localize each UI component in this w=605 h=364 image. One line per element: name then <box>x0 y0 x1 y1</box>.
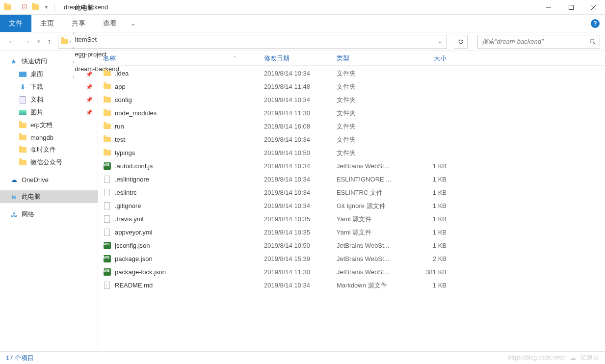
folder-icon <box>60 38 68 46</box>
navigation-pane: ★ 快速访问 桌面📌⬇下载📌文档📌图片📌erp文档mongdb临时文件微信公众号… <box>0 51 98 351</box>
breadcrumb-segment[interactable]: 此电脑 <box>72 3 122 12</box>
file-date: 2019/8/14 10:34 <box>260 70 333 77</box>
search-icon[interactable] <box>586 38 600 45</box>
file-date: 2019/8/14 10:34 <box>260 176 333 183</box>
forward-button[interactable]: → <box>23 37 30 46</box>
recent-dropdown-icon[interactable]: ▾ <box>37 38 40 45</box>
file-type: JetBrains WebSt... <box>333 255 406 262</box>
folder-icon <box>103 149 111 157</box>
sidebar-item[interactable]: 桌面📌 <box>0 68 98 80</box>
ribbon: 文件 主页 共享 查看 ⌄ ? <box>0 15 605 32</box>
sidebar-onedrive[interactable]: ☁ OneDrive <box>0 174 98 185</box>
sidebar-item[interactable]: 图片📌 <box>0 106 98 119</box>
file-type: Git Ignore 源文件 <box>333 202 406 210</box>
file-icon <box>103 176 111 183</box>
column-headers: 名称⌃ 修改日期 类型 大小 <box>98 51 605 66</box>
file-size: 2 KB <box>406 255 450 262</box>
doc-icon <box>19 96 26 104</box>
star-icon: ★ <box>10 57 18 65</box>
ribbon-expand-icon[interactable]: ⌄ <box>126 15 140 32</box>
file-date: 2019/8/14 10:35 <box>260 215 333 223</box>
file-row[interactable]: WS.autod.conf.js2019/8/14 10:34JetBrains… <box>98 159 605 173</box>
sidebar-item[interactable]: 文档📌 <box>0 93 98 106</box>
file-date: 2019/8/14 10:50 <box>260 242 333 249</box>
back-button[interactable]: ← <box>8 37 16 46</box>
sidebar-item[interactable]: 临时文件 <box>0 143 98 156</box>
file-row[interactable]: WSjsconfig.json2019/8/14 10:50JetBrains … <box>98 239 605 252</box>
pin-icon: 📌 <box>86 97 93 103</box>
sidebar-item[interactable]: mongdb <box>0 131 98 143</box>
file-type: 文件夹 <box>333 96 406 104</box>
sidebar-this-pc[interactable]: 🖥 此电脑 <box>0 190 98 203</box>
nav-row: ← → ▾ ↑ › 此电脑›副主盘 (F:)›ItemSet›egg-proje… <box>0 32 605 51</box>
sidebar-item-label: 微信公众号 <box>30 158 62 167</box>
file-type: JetBrains WebSt... <box>333 268 406 276</box>
file-date: 2019/8/14 10:34 <box>260 282 333 289</box>
file-row[interactable]: WSpackage-lock.json2019/8/14 11:30JetBra… <box>98 265 605 279</box>
file-row[interactable]: appveyor.yml2019/8/14 10:35Yaml 源文件1 KB <box>98 226 605 239</box>
network-icon: 🖧 <box>10 210 18 218</box>
file-type: JetBrains WebSt... <box>333 242 406 249</box>
file-row[interactable]: typings2019/8/14 10:50文件夹 <box>98 146 605 159</box>
file-row[interactable]: .gitignore2019/8/14 10:34Git Ignore 源文件1… <box>98 199 605 212</box>
minimize-button[interactable] <box>537 0 560 15</box>
file-type: 文件夹 <box>333 135 406 144</box>
refresh-button[interactable] <box>454 35 468 49</box>
folder-icon <box>103 96 111 104</box>
file-name: node_modules <box>115 109 157 117</box>
file-row[interactable]: config2019/8/14 10:34文件夹 <box>98 93 605 106</box>
breadcrumb-segment[interactable]: ItemSet <box>72 36 122 43</box>
file-row[interactable]: run2019/8/14 16:08文件夹 <box>98 120 605 133</box>
folder-icon <box>103 136 111 144</box>
file-size: 1 KB <box>406 162 450 170</box>
file-type: JetBrains WebSt... <box>333 162 406 170</box>
file-name: package-lock.json <box>115 268 166 276</box>
file-row[interactable]: .eslintignore2019/8/14 10:34ESLINTIGNORE… <box>98 173 605 186</box>
pin-icon: 📌 <box>86 109 93 116</box>
file-row[interactable]: .eslintrc2019/8/14 10:34ESLINTRC 文件1 KB <box>98 186 605 199</box>
address-bar[interactable]: › 此电脑›副主盘 (F:)›ItemSet›egg-project›dream… <box>58 35 447 49</box>
search-input[interactable] <box>478 38 586 45</box>
file-date: 2019/8/14 10:34 <box>260 162 333 170</box>
column-name[interactable]: 名称⌃ <box>98 54 260 63</box>
tab-home[interactable]: 主页 <box>31 15 63 32</box>
tab-view[interactable]: 查看 <box>94 15 126 32</box>
sidebar-item[interactable]: ⬇下载📌 <box>0 80 98 93</box>
sidebar-item-label: 文档 <box>30 95 43 104</box>
sidebar-item[interactable]: 微信公众号 <box>0 156 98 169</box>
new-folder-icon[interactable] <box>31 3 40 12</box>
column-size[interactable]: 大小 <box>406 54 450 63</box>
file-date: 2019/8/14 11:30 <box>260 268 333 276</box>
file-row[interactable]: README.md2019/8/14 10:34Markdown 源文件1 KB <box>98 279 605 292</box>
column-date[interactable]: 修改日期 <box>260 54 333 63</box>
tab-file[interactable]: 文件 <box>0 15 31 32</box>
cloud-icon: ☁ <box>10 176 18 183</box>
file-row[interactable]: test2019/8/14 10:34文件夹 <box>98 133 605 146</box>
file-date: 2019/8/14 15:39 <box>260 255 333 262</box>
desktop-icon <box>19 70 26 78</box>
file-name: test <box>115 136 125 143</box>
file-row[interactable]: app2019/8/14 11:48文件夹 <box>98 80 605 93</box>
file-row[interactable]: .travis.yml2019/8/14 10:35Yaml 源文件1 KB <box>98 212 605 226</box>
up-button[interactable]: ↑ <box>47 37 51 46</box>
maximize-button[interactable] <box>560 0 582 15</box>
sidebar-quick-access[interactable]: ★ 快速访问 <box>0 55 98 68</box>
qat-dropdown-icon[interactable]: ▾ <box>42 3 51 12</box>
properties-icon[interactable]: ☑ <box>20 3 29 12</box>
file-row[interactable]: .idea2019/8/14 10:34文件夹 <box>98 67 605 80</box>
help-button[interactable]: ? <box>585 15 605 32</box>
close-button[interactable] <box>582 0 605 15</box>
folder-icon <box>3 3 12 12</box>
tab-share[interactable]: 共享 <box>63 15 94 32</box>
file-row[interactable]: WSpackage.json2019/8/14 15:39JetBrains W… <box>98 252 605 265</box>
sidebar-item[interactable]: erp文档 <box>0 119 98 131</box>
column-type[interactable]: 类型 <box>333 54 406 63</box>
ws-icon: WS <box>103 268 111 276</box>
address-dropdown-icon[interactable]: ⌄ <box>435 39 445 44</box>
file-row[interactable]: node_modules2019/8/14 11:30文件夹 <box>98 106 605 120</box>
file-icon <box>103 229 111 236</box>
file-type: 文件夹 <box>333 109 406 118</box>
sidebar-network[interactable]: 🖧 网络 <box>0 208 98 221</box>
file-type: ESLINTRC 文件 <box>333 188 406 197</box>
search-box[interactable] <box>477 35 600 49</box>
